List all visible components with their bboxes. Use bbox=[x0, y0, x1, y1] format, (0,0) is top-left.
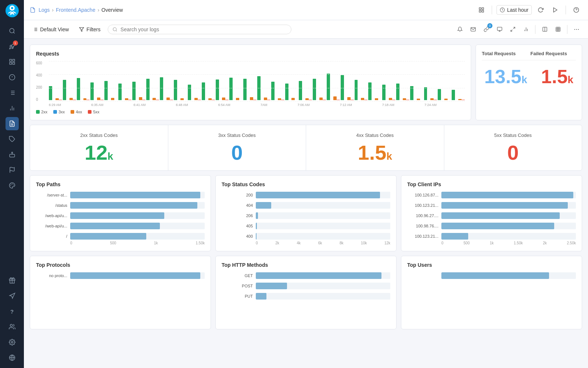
split-view-icon-btn[interactable] bbox=[539, 24, 550, 35]
sidebar-icon-alert[interactable] bbox=[6, 71, 19, 84]
sidebar-icon-puzzle[interactable] bbox=[6, 132, 19, 146]
bar-4xx[interactable] bbox=[347, 97, 351, 100]
bar-4xx[interactable] bbox=[180, 98, 184, 100]
bar-5xx[interactable] bbox=[73, 100, 76, 100]
sidebar-icon-palette[interactable] bbox=[6, 179, 19, 192]
table-icon-btn[interactable] bbox=[552, 24, 563, 35]
bar-5xx[interactable] bbox=[406, 100, 409, 100]
bar-5xx[interactable] bbox=[281, 100, 284, 100]
bar-2xx[interactable] bbox=[188, 85, 191, 100]
bar-4xx[interactable] bbox=[305, 98, 309, 100]
bar-2xx[interactable] bbox=[410, 86, 413, 100]
sidebar-icon-flag[interactable] bbox=[6, 163, 19, 177]
bar-5xx[interactable] bbox=[309, 100, 312, 100]
bar-2xx[interactable] bbox=[229, 78, 233, 100]
sidebar-icon-settings[interactable] bbox=[6, 336, 19, 349]
bar-2xx[interactable] bbox=[90, 82, 94, 100]
bar-5xx[interactable] bbox=[337, 100, 340, 100]
bar-2xx[interactable] bbox=[160, 77, 163, 100]
search-bar[interactable] bbox=[108, 25, 291, 34]
bar-2xx[interactable] bbox=[368, 82, 372, 100]
bar-4xx[interactable] bbox=[278, 98, 281, 100]
bar-5xx[interactable] bbox=[170, 100, 173, 100]
bar-5xx[interactable] bbox=[156, 100, 159, 100]
bar-5xx[interactable] bbox=[267, 100, 270, 100]
apps-grid-button[interactable] bbox=[476, 4, 487, 16]
bar-4xx[interactable] bbox=[69, 98, 73, 100]
bar-2xx[interactable] bbox=[132, 82, 136, 100]
bar-2xx[interactable] bbox=[355, 80, 358, 100]
sidebar-icon-rocket[interactable]: 1 bbox=[6, 40, 19, 53]
bar-2xx[interactable] bbox=[146, 79, 150, 100]
bar-4xx[interactable] bbox=[236, 98, 239, 100]
bar-2xx[interactable] bbox=[438, 89, 441, 100]
bar-5xx[interactable] bbox=[392, 100, 395, 100]
bar-2xx[interactable] bbox=[174, 80, 177, 100]
bar-2xx[interactable] bbox=[77, 78, 80, 100]
bar-5xx[interactable] bbox=[198, 100, 201, 100]
bar-5xx[interactable] bbox=[323, 100, 326, 100]
bar-4xx[interactable] bbox=[83, 98, 87, 100]
help-button[interactable] bbox=[570, 4, 582, 16]
bar-2xx[interactable] bbox=[313, 79, 316, 100]
monitor-icon-btn[interactable] bbox=[494, 24, 505, 35]
link-icon-btn[interactable]: 0 bbox=[481, 24, 492, 35]
bar-4xx[interactable] bbox=[125, 98, 128, 100]
sidebar-logo[interactable] bbox=[5, 4, 19, 19]
refresh-button[interactable] bbox=[535, 4, 546, 16]
bar-2xx[interactable] bbox=[396, 84, 399, 100]
bar-4xx[interactable] bbox=[375, 98, 378, 100]
bar-4xx[interactable] bbox=[250, 97, 253, 100]
play-button[interactable] bbox=[549, 4, 561, 16]
breadcrumb-source[interactable]: Frontend.Apache bbox=[56, 7, 95, 13]
bar-4xx[interactable] bbox=[153, 98, 156, 100]
bar-4xx[interactable] bbox=[55, 98, 59, 100]
sidebar-icon-megaphone[interactable] bbox=[6, 289, 19, 302]
bar-5xx[interactable] bbox=[253, 100, 257, 100]
bar-4xx[interactable] bbox=[430, 98, 434, 100]
bar-5xx[interactable] bbox=[462, 100, 465, 100]
bar-5xx[interactable] bbox=[351, 100, 354, 100]
sidebar-icon-grid[interactable] bbox=[6, 55, 19, 68]
bell-icon-btn[interactable] bbox=[454, 24, 465, 35]
bar-4xx[interactable] bbox=[389, 98, 392, 100]
sidebar-icon-bot[interactable] bbox=[6, 148, 19, 161]
bar-4xx[interactable] bbox=[166, 98, 170, 100]
time-selector[interactable]: Last hour bbox=[496, 5, 532, 15]
bar-4xx[interactable] bbox=[333, 96, 337, 100]
sidebar-icon-docs[interactable] bbox=[6, 117, 19, 130]
bar-5xx[interactable] bbox=[212, 100, 215, 100]
sidebar-icon-search[interactable] bbox=[6, 24, 19, 38]
bar-4xx[interactable] bbox=[222, 98, 225, 100]
bar-4xx[interactable] bbox=[458, 99, 462, 100]
bar-4xx[interactable] bbox=[208, 98, 212, 100]
bar-5xx[interactable] bbox=[128, 100, 132, 100]
histogram-icon-btn[interactable] bbox=[520, 24, 531, 35]
bar-4xx[interactable] bbox=[111, 98, 114, 100]
bar-2xx[interactable] bbox=[327, 74, 330, 100]
bar-5xx[interactable] bbox=[86, 100, 90, 100]
more-options-btn[interactable]: ··· bbox=[571, 24, 582, 35]
bar-2xx[interactable] bbox=[63, 80, 66, 100]
sidebar-icon-list[interactable] bbox=[6, 86, 19, 99]
search-input[interactable] bbox=[121, 26, 287, 32]
bar-2xx[interactable] bbox=[299, 81, 302, 100]
bar-4xx[interactable] bbox=[264, 98, 267, 100]
bar-4xx[interactable] bbox=[361, 98, 364, 100]
bar-2xx[interactable] bbox=[216, 79, 219, 100]
bar-2xx[interactable] bbox=[118, 84, 122, 100]
bar-4xx[interactable] bbox=[139, 97, 142, 100]
bar-2xx[interactable] bbox=[382, 85, 386, 100]
bar-2xx[interactable] bbox=[341, 75, 344, 100]
filters-button[interactable]: Filters bbox=[76, 25, 103, 34]
bar-2xx[interactable] bbox=[257, 76, 261, 100]
bar-2xx[interactable] bbox=[104, 81, 108, 100]
sidebar-icon-globe[interactable] bbox=[6, 351, 19, 364]
bar-4xx[interactable] bbox=[444, 99, 448, 100]
sidebar-icon-chart[interactable] bbox=[6, 102, 19, 115]
bar-5xx[interactable] bbox=[59, 100, 62, 100]
bar-2xx[interactable] bbox=[49, 86, 52, 100]
bar-5xx[interactable] bbox=[364, 100, 368, 100]
sidebar-icon-users[interactable] bbox=[6, 320, 19, 333]
bar-4xx[interactable] bbox=[403, 98, 406, 100]
